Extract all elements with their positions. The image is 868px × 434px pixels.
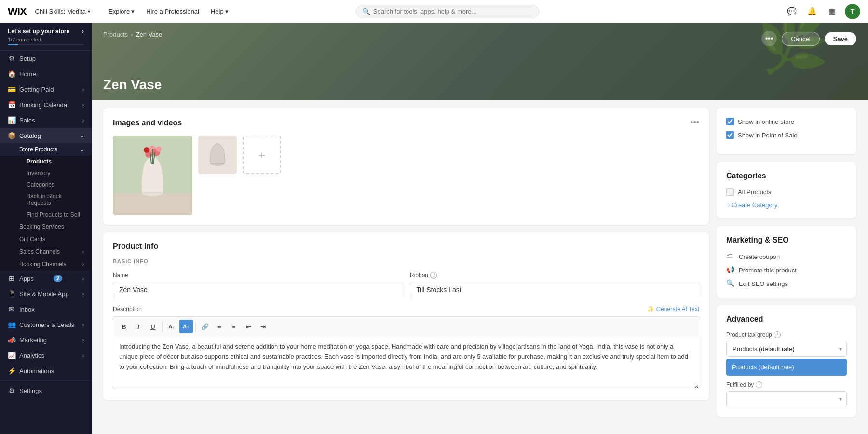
sidebar-item-store-products[interactable]: Store Products ⌄: [0, 143, 92, 156]
cancel-button[interactable]: Cancel: [782, 32, 819, 46]
pos-checkbox[interactable]: [726, 131, 734, 139]
sidebar-child-inventory[interactable]: Inventory: [0, 167, 92, 179]
sidebar-item-customers[interactable]: 👥 Customers & Leads ›: [0, 317, 92, 332]
italic-button[interactable]: I: [132, 320, 145, 333]
product-thumbnail-1[interactable]: [198, 136, 237, 174]
chevron-right-icon: ›: [82, 276, 84, 281]
sidebar-child-find-products[interactable]: Find Products to Sell: [0, 209, 92, 220]
add-image-button[interactable]: ＋: [243, 136, 281, 174]
name-input[interactable]: [113, 282, 402, 298]
ribbon-info-icon[interactable]: ℹ: [430, 272, 437, 279]
sidebar-child-categories[interactable]: Categories: [0, 179, 92, 190]
sidebar-item-booking-calendar[interactable]: 📅 Booking Calendar ›: [0, 97, 92, 112]
sidebar-item-booking-channels[interactable]: Booking Channels ›: [0, 258, 92, 271]
search-input[interactable]: [373, 8, 533, 15]
generate-ai-button[interactable]: ✨ Generate AI Text: [647, 306, 699, 312]
unordered-list-button[interactable]: ≡: [213, 320, 226, 333]
sidebar-divider: [0, 380, 92, 381]
chevron-down-icon: ⌄: [80, 147, 84, 152]
help-link[interactable]: Help ▾: [206, 6, 233, 17]
header-actions: ••• Cancel Save: [761, 31, 856, 46]
all-products-checkbox[interactable]: [726, 188, 734, 196]
sidebar-item-catalog[interactable]: 📦 Catalog ⌄: [0, 128, 92, 143]
product-info-card: Product info BASIC INFO Name Ribbon ℹ: [103, 232, 709, 400]
setup-title[interactable]: Let's set up your store ›: [8, 28, 84, 35]
messages-icon[interactable]: 💬: [784, 4, 800, 19]
sidebar-item-marketing[interactable]: 📣 Marketing ›: [0, 332, 92, 348]
explore-link[interactable]: Explore ▾: [104, 6, 139, 17]
basic-info-label: BASIC INFO: [113, 258, 699, 264]
sidebar-item-sales[interactable]: 📊 Sales ›: [0, 112, 92, 128]
setup-progress[interactable]: Let's set up your store › 1/7 completed: [0, 23, 92, 51]
link-button[interactable]: 🔗: [198, 320, 212, 333]
name-label: Name: [113, 272, 402, 279]
ribbon-label: Ribbon ℹ: [410, 272, 699, 279]
analytics-icon: 📈: [8, 352, 15, 359]
sidebar-item-apps[interactable]: ⊞ Apps 2 ›: [0, 271, 92, 286]
create-category-link[interactable]: + Create Category: [726, 202, 778, 209]
sidebar-item-inbox[interactable]: ✉ Inbox: [0, 301, 92, 317]
images-card: Images and videos •••: [103, 108, 709, 225]
sidebar-item-home[interactable]: 🏠 Home: [0, 66, 92, 81]
svg-point-7: [156, 146, 162, 152]
chevron-right-icon: ›: [82, 338, 84, 343]
svg-point-6: [144, 147, 149, 153]
sidebar-item-settings[interactable]: ⚙ Settings: [0, 383, 92, 398]
credit-card-icon: 💳: [8, 85, 15, 93]
ordered-list-button[interactable]: ≡: [227, 320, 241, 333]
more-options-button[interactable]: •••: [761, 31, 777, 46]
breadcrumb-products-link[interactable]: Products: [103, 31, 128, 38]
sidebar-item-setup[interactable]: ⚙ Setup: [0, 51, 92, 66]
avatar[interactable]: T: [845, 4, 860, 19]
chevron-right-icon: ›: [82, 322, 84, 327]
sidebar-item-automations[interactable]: ⚡ Automations: [0, 363, 92, 379]
advanced-card: Advanced Product tax group i Products (d…: [717, 305, 856, 417]
chevron-right-icon: ›: [82, 249, 84, 255]
sidebar-item-gift-cards[interactable]: Gift Cards: [0, 233, 92, 245]
site-selector[interactable]: Chill Skills: Medita ▾: [31, 6, 94, 17]
nav-links: Explore ▾ Hire a Professional Help ▾: [104, 6, 233, 17]
fulfilled-by-select[interactable]: [726, 391, 847, 407]
edit-seo-link[interactable]: 🔍 Edit SEO settings: [726, 279, 847, 288]
pos-row: Show in Point of Sale: [726, 131, 847, 139]
sidebar-item-analytics[interactable]: 📈 Analytics ›: [0, 348, 92, 363]
sidebar-child-products[interactable]: Products: [0, 156, 92, 167]
search-bar[interactable]: 🔍: [356, 5, 539, 18]
font-size-down-button[interactable]: A↓: [165, 320, 178, 333]
sidebar-item-booking-services[interactable]: Booking Services: [0, 220, 92, 233]
bold-button[interactable]: B: [117, 320, 131, 333]
tax-info-icon[interactable]: i: [774, 331, 781, 338]
sidebar-item-getting-paid[interactable]: 💳 Getting Paid ›: [0, 81, 92, 97]
images-more-button[interactable]: •••: [690, 118, 699, 128]
online-store-checkbox[interactable]: [726, 118, 734, 125]
sidebar-item-site-mobile[interactable]: 📱 Site & Mobile App ›: [0, 286, 92, 301]
promote-product-link[interactable]: 📢 Promote this product: [726, 266, 847, 274]
tax-group-select[interactable]: Products (default rate): [726, 341, 847, 357]
create-coupon-link[interactable]: 🏷 Create coupon: [726, 252, 847, 261]
toolbar-divider-2: [195, 322, 196, 331]
ribbon-input[interactable]: [410, 282, 699, 298]
grid-icon[interactable]: ▦: [825, 4, 840, 19]
home-icon: 🏠: [8, 70, 15, 78]
notifications-icon[interactable]: 🔔: [804, 4, 820, 19]
all-products-label: All Products: [738, 189, 771, 196]
catalog-icon: 📦: [8, 132, 15, 139]
font-color-button[interactable]: A↑: [179, 320, 193, 333]
save-button[interactable]: Save: [825, 32, 856, 45]
underline-button[interactable]: U: [146, 320, 160, 333]
online-store-label[interactable]: Show in online store: [738, 118, 794, 125]
main-product-image[interactable]: [113, 136, 192, 215]
chevron-right-icon: ›: [82, 353, 84, 358]
top-nav: WIX Chill Skills: Medita ▾ Explore ▾ Hir…: [0, 0, 868, 23]
indent-right-button[interactable]: ⇥: [256, 320, 270, 333]
pos-label[interactable]: Show in Point of Sale: [738, 132, 798, 139]
setup-icon: ⚙: [8, 54, 15, 62]
sidebar-item-sales-channels[interactable]: Sales Channels ›: [0, 245, 92, 258]
indent-left-button[interactable]: ⇤: [242, 320, 255, 333]
hire-professional-link[interactable]: Hire a Professional: [141, 6, 204, 17]
description-textarea[interactable]: Introducing the Zen Vase, a beautiful an…: [113, 336, 699, 389]
tax-dropdown-option[interactable]: Products (default rate): [726, 359, 847, 376]
sidebar-child-back-in-stock[interactable]: Back in Stock Requests: [0, 190, 92, 209]
breadcrumb-separator: ›: [131, 31, 133, 38]
fulfilled-info-icon[interactable]: i: [756, 381, 762, 388]
